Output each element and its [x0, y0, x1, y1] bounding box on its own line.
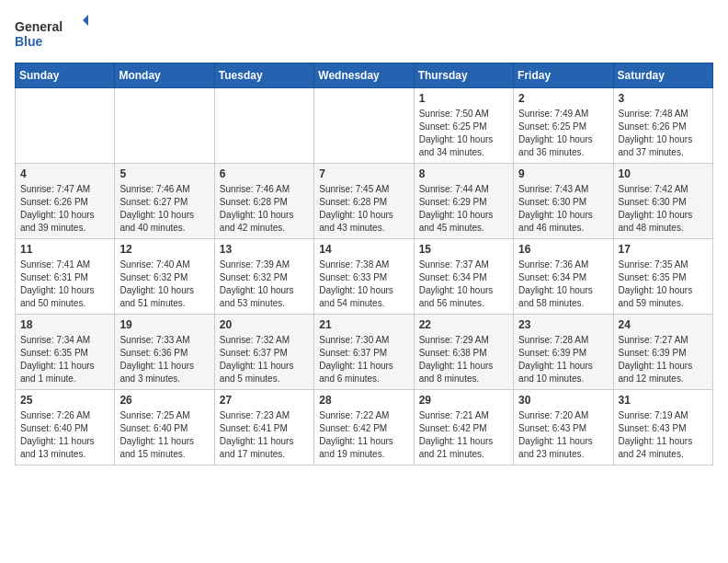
calendar-cell: 20Sunrise: 7:32 AM Sunset: 6:37 PM Dayli… — [214, 315, 313, 390]
calendar-cell — [214, 88, 313, 164]
day-number: 5 — [119, 167, 209, 180]
weekday-header: Tuesday — [214, 63, 313, 88]
calendar-week-row: 18Sunrise: 7:34 AM Sunset: 6:35 PM Dayli… — [16, 315, 713, 390]
day-info: Sunrise: 7:22 AM Sunset: 6:42 PM Dayligh… — [319, 409, 408, 461]
day-info: Sunrise: 7:35 AM Sunset: 6:35 PM Dayligh… — [619, 259, 708, 310]
day-info: Sunrise: 7:47 AM Sunset: 6:26 PM Dayligh… — [20, 183, 109, 235]
calendar-cell: 25Sunrise: 7:26 AM Sunset: 6:40 PM Dayli… — [16, 390, 115, 465]
day-info: Sunrise: 7:20 AM Sunset: 6:43 PM Dayligh… — [518, 409, 608, 461]
day-info: Sunrise: 7:27 AM Sunset: 6:39 PM Dayligh… — [619, 334, 708, 385]
calendar-cell: 18Sunrise: 7:34 AM Sunset: 6:35 PM Dayli… — [16, 315, 115, 390]
day-number: 21 — [319, 318, 408, 331]
calendar-cell: 27Sunrise: 7:23 AM Sunset: 6:41 PM Dayli… — [214, 390, 313, 465]
day-info: Sunrise: 7:50 AM Sunset: 6:25 PM Dayligh… — [419, 108, 508, 159]
day-number: 11 — [20, 243, 109, 256]
day-number: 25 — [20, 394, 109, 407]
calendar-cell: 6Sunrise: 7:46 AM Sunset: 6:28 PM Daylig… — [214, 164, 313, 239]
day-number: 17 — [619, 243, 708, 256]
day-number: 30 — [518, 394, 608, 407]
calendar-week-row: 1Sunrise: 7:50 AM Sunset: 6:25 PM Daylig… — [16, 88, 713, 164]
weekday-header: Friday — [514, 63, 613, 88]
day-info: Sunrise: 7:42 AM Sunset: 6:30 PM Dayligh… — [619, 183, 708, 235]
calendar-cell: 10Sunrise: 7:42 AM Sunset: 6:30 PM Dayli… — [613, 164, 712, 239]
calendar-cell: 28Sunrise: 7:22 AM Sunset: 6:42 PM Dayli… — [314, 390, 414, 465]
weekday-row: SundayMondayTuesdayWednesdayThursdayFrid… — [16, 63, 713, 88]
logo-svg: General Blue — [15, 15, 88, 53]
day-number: 9 — [518, 167, 608, 180]
day-number: 8 — [419, 167, 508, 180]
day-number: 4 — [20, 167, 109, 180]
calendar-cell: 24Sunrise: 7:27 AM Sunset: 6:39 PM Dayli… — [613, 315, 712, 390]
day-info: Sunrise: 7:36 AM Sunset: 6:34 PM Dayligh… — [518, 259, 608, 310]
calendar-cell: 5Sunrise: 7:46 AM Sunset: 6:27 PM Daylig… — [115, 164, 214, 239]
day-number: 23 — [518, 318, 608, 331]
calendar-week-row: 25Sunrise: 7:26 AM Sunset: 6:40 PM Dayli… — [16, 390, 713, 465]
day-info: Sunrise: 7:41 AM Sunset: 6:31 PM Dayligh… — [20, 259, 109, 310]
day-number: 12 — [119, 243, 209, 256]
day-info: Sunrise: 7:28 AM Sunset: 6:39 PM Dayligh… — [518, 334, 608, 385]
day-info: Sunrise: 7:39 AM Sunset: 6:32 PM Dayligh… — [220, 259, 309, 310]
calendar-cell — [314, 88, 414, 164]
day-info: Sunrise: 7:48 AM Sunset: 6:26 PM Dayligh… — [619, 108, 708, 159]
weekday-header: Wednesday — [314, 63, 414, 88]
day-number: 7 — [319, 167, 408, 180]
day-number: 22 — [419, 318, 508, 331]
calendar-cell — [115, 88, 214, 164]
calendar-cell: 14Sunrise: 7:38 AM Sunset: 6:33 PM Dayli… — [314, 239, 414, 315]
day-info: Sunrise: 7:19 AM Sunset: 6:43 PM Dayligh… — [619, 409, 708, 461]
day-info: Sunrise: 7:40 AM Sunset: 6:32 PM Dayligh… — [119, 259, 209, 310]
page-header: General Blue — [15, 15, 713, 53]
calendar-table: SundayMondayTuesdayWednesdayThursdayFrid… — [15, 63, 713, 465]
day-info: Sunrise: 7:30 AM Sunset: 6:37 PM Dayligh… — [319, 334, 408, 385]
calendar-cell: 8Sunrise: 7:44 AM Sunset: 6:29 PM Daylig… — [414, 164, 513, 239]
day-info: Sunrise: 7:34 AM Sunset: 6:35 PM Dayligh… — [20, 334, 109, 385]
day-number: 15 — [419, 243, 508, 256]
calendar-cell: 19Sunrise: 7:33 AM Sunset: 6:36 PM Dayli… — [115, 315, 214, 390]
calendar-cell: 12Sunrise: 7:40 AM Sunset: 6:32 PM Dayli… — [115, 239, 214, 315]
day-info: Sunrise: 7:33 AM Sunset: 6:36 PM Dayligh… — [119, 334, 209, 385]
calendar-week-row: 11Sunrise: 7:41 AM Sunset: 6:31 PM Dayli… — [16, 239, 713, 315]
calendar-cell: 3Sunrise: 7:48 AM Sunset: 6:26 PM Daylig… — [613, 88, 712, 164]
svg-text:Blue: Blue — [15, 34, 43, 49]
day-number: 10 — [619, 167, 708, 180]
calendar-cell: 26Sunrise: 7:25 AM Sunset: 6:40 PM Dayli… — [115, 390, 214, 465]
calendar-cell: 23Sunrise: 7:28 AM Sunset: 6:39 PM Dayli… — [514, 315, 613, 390]
day-number: 26 — [119, 394, 209, 407]
day-info: Sunrise: 7:45 AM Sunset: 6:28 PM Dayligh… — [319, 183, 408, 235]
day-number: 29 — [419, 394, 508, 407]
calendar-cell — [16, 88, 115, 164]
day-info: Sunrise: 7:21 AM Sunset: 6:42 PM Dayligh… — [419, 409, 508, 461]
calendar-cell: 17Sunrise: 7:35 AM Sunset: 6:35 PM Dayli… — [613, 239, 712, 315]
day-info: Sunrise: 7:44 AM Sunset: 6:29 PM Dayligh… — [419, 183, 508, 235]
calendar-cell: 22Sunrise: 7:29 AM Sunset: 6:38 PM Dayli… — [414, 315, 513, 390]
day-info: Sunrise: 7:29 AM Sunset: 6:38 PM Dayligh… — [419, 334, 508, 385]
day-info: Sunrise: 7:49 AM Sunset: 6:25 PM Dayligh… — [518, 108, 608, 159]
day-info: Sunrise: 7:37 AM Sunset: 6:34 PM Dayligh… — [419, 259, 508, 310]
day-number: 2 — [518, 92, 608, 105]
calendar-cell: 1Sunrise: 7:50 AM Sunset: 6:25 PM Daylig… — [414, 88, 513, 164]
day-number: 28 — [319, 394, 408, 407]
calendar-cell: 21Sunrise: 7:30 AM Sunset: 6:37 PM Dayli… — [314, 315, 414, 390]
day-number: 20 — [220, 318, 309, 331]
day-number: 1 — [419, 92, 508, 105]
day-info: Sunrise: 7:46 AM Sunset: 6:28 PM Dayligh… — [220, 183, 309, 235]
day-number: 13 — [220, 243, 309, 256]
weekday-header: Sunday — [16, 63, 115, 88]
day-number: 14 — [319, 243, 408, 256]
weekday-header: Saturday — [613, 63, 712, 88]
logo: General Blue — [15, 15, 88, 53]
calendar-cell: 30Sunrise: 7:20 AM Sunset: 6:43 PM Dayli… — [514, 390, 613, 465]
day-info: Sunrise: 7:43 AM Sunset: 6:30 PM Dayligh… — [518, 183, 608, 235]
calendar-cell: 31Sunrise: 7:19 AM Sunset: 6:43 PM Dayli… — [613, 390, 712, 465]
calendar-cell: 29Sunrise: 7:21 AM Sunset: 6:42 PM Dayli… — [414, 390, 513, 465]
svg-marker-2 — [83, 15, 88, 26]
calendar-cell: 11Sunrise: 7:41 AM Sunset: 6:31 PM Dayli… — [16, 239, 115, 315]
day-number: 16 — [518, 243, 608, 256]
weekday-header: Thursday — [414, 63, 513, 88]
day-number: 19 — [119, 318, 209, 331]
day-number: 27 — [220, 394, 309, 407]
calendar-cell: 16Sunrise: 7:36 AM Sunset: 6:34 PM Dayli… — [514, 239, 613, 315]
calendar-cell: 7Sunrise: 7:45 AM Sunset: 6:28 PM Daylig… — [314, 164, 414, 239]
calendar-cell: 15Sunrise: 7:37 AM Sunset: 6:34 PM Dayli… — [414, 239, 513, 315]
calendar-body: 1Sunrise: 7:50 AM Sunset: 6:25 PM Daylig… — [16, 88, 713, 465]
